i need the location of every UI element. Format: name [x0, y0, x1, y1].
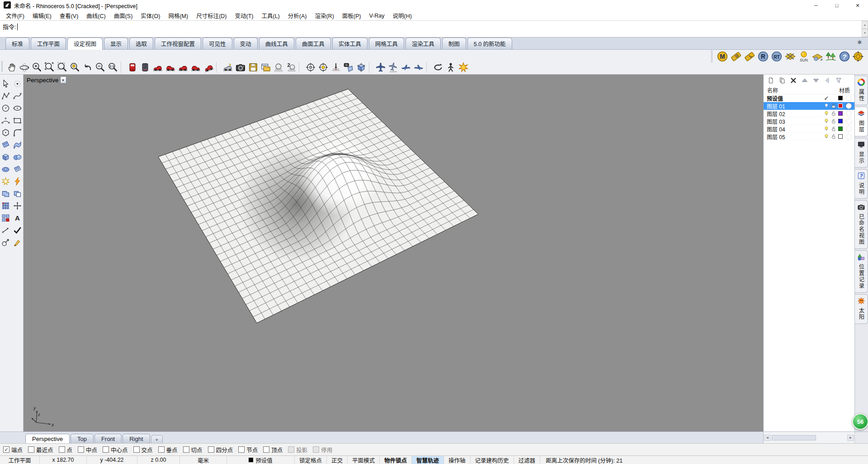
camera-target-icon[interactable]: [304, 61, 316, 73]
flythrough-right-icon[interactable]: [412, 61, 425, 73]
viewport-tab-front[interactable]: Front: [94, 434, 122, 443]
statusbar-x-coordinate[interactable]: x 182.70: [40, 456, 87, 464]
vray-material-editor-icon[interactable]: M: [716, 50, 729, 63]
panel-tab-properties[interactable]: 属性: [855, 75, 868, 105]
osnap-checkbox[interactable]: [208, 446, 214, 453]
layer-color-swatch[interactable]: [838, 96, 843, 100]
left-view-icon[interactable]: [177, 61, 189, 73]
layer-color-swatch[interactable]: [838, 119, 843, 123]
zoom-target-icon[interactable]: [69, 61, 81, 73]
osnap-12[interactable]: 停用: [313, 445, 332, 454]
vray-mesh-export-icon[interactable]: [784, 50, 797, 63]
polyline-tool-icon[interactable]: [0, 90, 11, 101]
vray-frame-buffer-icon[interactable]: [852, 50, 864, 63]
delete-layer-icon[interactable]: [790, 77, 797, 85]
paint-properties-tool-icon[interactable]: [12, 237, 23, 248]
pan-view-icon[interactable]: [5, 61, 18, 73]
move-layer-up-icon[interactable]: [801, 77, 808, 85]
set-camera-location-icon[interactable]: [222, 61, 234, 73]
viewport-tab-top[interactable]: Top: [71, 434, 94, 443]
ribbon-tab-5[interactable]: 工作视窗配置: [155, 37, 201, 49]
osnap-10[interactable]: 顶点: [263, 445, 283, 454]
statusbar-toggle-2[interactable]: 平面模式: [348, 456, 380, 464]
block-insert-tool-icon[interactable]: [0, 212, 11, 223]
osnap-9[interactable]: 节点: [238, 445, 258, 454]
osnap-checkbox[interactable]: [158, 446, 165, 453]
statusbar-z-coordinate[interactable]: z 0.00: [137, 456, 180, 464]
osnap-checkbox[interactable]: [238, 446, 245, 453]
menu-item-13[interactable]: V-Ray: [365, 13, 388, 19]
boolean-union-tool-icon[interactable]: [0, 188, 11, 199]
layer-color-swatch[interactable]: [838, 134, 843, 139]
camera-frustum-box-icon[interactable]: [355, 61, 367, 73]
maximize-button[interactable]: □: [826, 0, 847, 11]
boolean-difference-tool-icon[interactable]: [12, 188, 23, 199]
menu-item-3[interactable]: 曲线(C): [82, 11, 109, 20]
osnap-checkbox[interactable]: [59, 446, 65, 453]
vray-options-icon[interactable]: O: [730, 50, 742, 63]
menu-item-10[interactable]: 分析(A): [284, 11, 311, 20]
save-named-view-icon[interactable]: [247, 61, 259, 73]
vray-sun-icon[interactable]: SUN: [797, 50, 810, 63]
layer-material-circle[interactable]: [846, 103, 852, 109]
panel-tab-sun[interactable]: 太阳: [855, 294, 868, 324]
explode-tool-icon[interactable]: [0, 176, 11, 187]
move-layer-down-icon[interactable]: [812, 77, 820, 85]
walkabout-icon[interactable]: [444, 61, 457, 73]
osnap-7[interactable]: 切点: [183, 445, 203, 454]
osnap-checkbox[interactable]: ✓: [3, 446, 9, 453]
minimize-button[interactable]: ─: [806, 0, 826, 11]
layer-color-swatch[interactable]: [838, 127, 843, 131]
statusbar-toggle-7[interactable]: 过滤器: [514, 456, 541, 464]
layer-color-swatch[interactable]: [838, 103, 843, 108]
osnap-checkbox[interactable]: [263, 446, 269, 453]
ribbon-tab-12[interactable]: 渲染工具: [406, 37, 441, 49]
front-view-icon[interactable]: [126, 61, 138, 73]
scroll-left-icon[interactable]: ◄: [764, 435, 771, 441]
statusbar-toggle-4[interactable]: 智慧轨迹: [412, 456, 444, 464]
array-tool-icon[interactable]: [0, 200, 11, 211]
viewport-layout-icon[interactable]: [259, 61, 272, 73]
free-curve-tool-icon[interactable]: [12, 90, 23, 101]
menu-item-14[interactable]: 说明(H): [389, 11, 416, 20]
gumball-tool-icon[interactable]: [12, 200, 23, 211]
statusbar-toggle-3[interactable]: 物件锁点: [380, 456, 412, 464]
viewport-tab-right[interactable]: Right: [123, 434, 150, 443]
menu-item-8[interactable]: 变动(T): [231, 11, 258, 20]
move-tool-icon[interactable]: [0, 225, 11, 235]
circle-tool-icon[interactable]: [0, 103, 11, 113]
layer-visibility-bulb-icon[interactable]: [823, 110, 830, 117]
vray-render-icon[interactable]: R: [757, 50, 769, 63]
viewport-title-text[interactable]: Perspective: [27, 77, 59, 84]
osnap-11[interactable]: 投影: [288, 445, 307, 454]
annotate-text-tool-icon[interactable]: A: [12, 212, 23, 223]
menu-item-5[interactable]: 实体(O): [137, 11, 164, 20]
select-tool-icon[interactable]: [0, 78, 11, 89]
layer-row[interactable]: 图层 04: [764, 125, 854, 133]
layer-color-swatch[interactable]: [838, 111, 843, 116]
new-layer-icon[interactable]: [767, 77, 774, 85]
polygon-tool-icon[interactable]: [0, 127, 11, 138]
zoom-window-icon[interactable]: [43, 61, 56, 73]
panel-tab-layers[interactable]: 图层: [855, 107, 868, 136]
ribbon-tab-11[interactable]: 网格工具: [369, 37, 404, 49]
zoom-selected-icon[interactable]: [56, 61, 68, 73]
osnap-4[interactable]: 中心点: [103, 445, 128, 454]
statusbar-current-layer[interactable]: 预设值: [227, 456, 295, 464]
menu-item-11[interactable]: 渲染(R): [311, 11, 338, 20]
layer-lock-icon[interactable]: [830, 118, 837, 124]
panel-tab-display[interactable]: 显示: [855, 138, 868, 168]
layer-row[interactable]: 图层 03: [764, 117, 854, 125]
toolbar-grip[interactable]: [1, 61, 3, 72]
statusbar-toggle-5[interactable]: 操作轴: [444, 456, 471, 464]
ribbon-tab-6[interactable]: 可见性: [203, 37, 232, 49]
osnap-checkbox[interactable]: [313, 446, 319, 453]
curved-surface-tool-icon[interactable]: [12, 139, 23, 150]
scroll-up-icon[interactable]: ▲: [862, 21, 868, 29]
ribbon-tab-1[interactable]: 工作平面: [31, 37, 66, 49]
ribbon-tab-0[interactable]: 标准: [5, 37, 29, 49]
menu-item-9[interactable]: 工具(L): [257, 11, 283, 20]
orient-tool-icon[interactable]: [0, 237, 11, 248]
single-point-tool-icon[interactable]: [12, 78, 23, 89]
ribbon-tab-7[interactable]: 变动: [234, 37, 258, 49]
